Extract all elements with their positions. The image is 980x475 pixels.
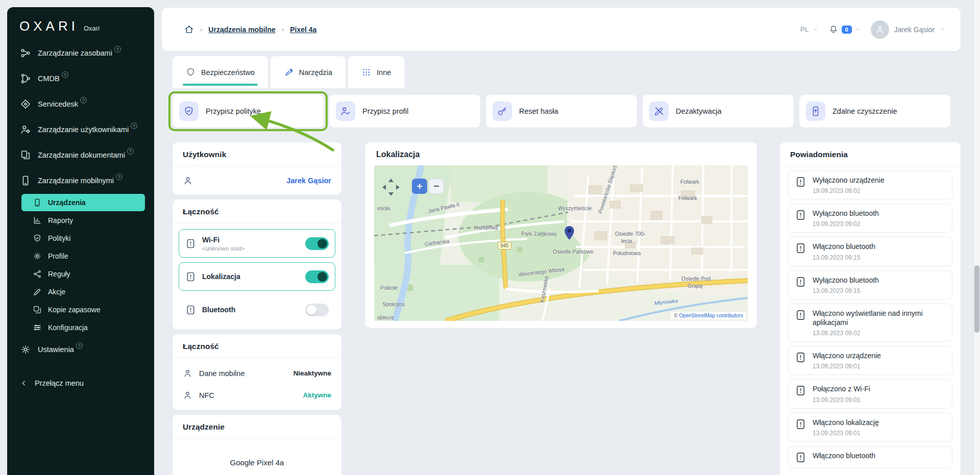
rules-icon xyxy=(33,269,42,279)
help-icon: ? xyxy=(62,71,68,78)
left-column: Użytkownik Jarek Gąsior Łączność Wi-Fi <… xyxy=(173,142,341,475)
user-name: Jarek Gąsior xyxy=(894,26,935,34)
map[interactable]: esoła Jana Pawła II Handlowa Garbarska P… xyxy=(374,165,748,321)
backup-icon xyxy=(33,305,42,314)
location-card: Lokalizacja xyxy=(365,142,757,328)
mobile-data-icon xyxy=(183,368,192,378)
sidebar-item-zarzadzanie-mobilnymi[interactable]: Zarządzanie mobilnymi ? xyxy=(7,168,154,193)
main-area: › Urządzenia mobilne › Pixel 4a PL 0 Jar… xyxy=(154,0,980,475)
submenu-item-polityki[interactable]: Polityki xyxy=(21,230,145,247)
location-toggle[interactable] xyxy=(305,270,329,283)
scrollbar-thumb[interactable] xyxy=(974,265,979,333)
person-icon xyxy=(183,176,193,186)
servicedesk-icon xyxy=(20,98,31,110)
notification-item: Włączono bluetooth13.09.2023 09:15 xyxy=(788,237,952,266)
breadcrumb-separator: › xyxy=(200,26,202,33)
breadcrumb-link-urzadzenia-mobilne[interactable]: Urządzenia mobilne xyxy=(208,26,275,34)
sidebar-item-zarzadzanie-zasobami[interactable]: Zarządzanie zasobami ? xyxy=(7,40,154,66)
connectivity-row-bluetooth: Bluetooth xyxy=(179,295,335,324)
notification-item: Wyłączono bluetooth13.09.2023 09:15 xyxy=(788,270,952,299)
documents-icon xyxy=(20,149,31,161)
user-card: Użytkownik Jarek Gąsior xyxy=(173,142,341,195)
user-menu[interactable]: Jarek Gąsior xyxy=(871,20,945,39)
tab-bezpieczenstwo[interactable]: Bezpieczeństwo xyxy=(173,56,268,88)
map-pan-control[interactable] xyxy=(379,176,403,199)
sidebar-item-cmdb[interactable]: CMDB ? xyxy=(7,66,154,91)
notification-item: Wyłączono urządzenie19.09.2023 09:02 xyxy=(788,170,952,199)
submenu-item-reguly[interactable]: Reguły xyxy=(21,265,145,283)
device-card-title: Urządzenie xyxy=(173,415,341,439)
bluetooth-device-icon xyxy=(185,305,196,315)
language-selector[interactable]: PL xyxy=(800,26,818,33)
chevron-left-icon xyxy=(20,379,28,387)
help-icon: ? xyxy=(116,173,122,180)
sidebar-item-ustawienia[interactable]: Ustawienia ? xyxy=(7,337,154,362)
brand-logo: OXARI Oxari xyxy=(7,7,154,40)
top-bar: › Urządzenia mobilne › Pixel 4a PL 0 Jar… xyxy=(162,8,961,51)
actions-icon xyxy=(33,287,42,296)
action-zdalne-czyszczenie[interactable]: Zdalne czyszczenie xyxy=(799,95,950,128)
device-alert-icon xyxy=(795,452,806,463)
top-bar-right: PL 0 Jarek Gąsior xyxy=(800,20,945,39)
page-tabs: Bezpieczeństwo Narzędzia Inne xyxy=(173,56,404,88)
config-icon xyxy=(33,323,42,332)
reports-icon xyxy=(33,216,42,225)
submenu-item-urzadzenia[interactable]: Urządzenia xyxy=(21,194,145,211)
notifications-bell[interactable]: 0 xyxy=(828,24,861,35)
location-card-title: Lokalizacja xyxy=(365,142,757,165)
user-card-title: Użytkownik xyxy=(173,142,341,166)
sidebar-item-servicedesk[interactable]: Servicedesk ? xyxy=(7,91,154,117)
osm-attribution-link[interactable]: OpenStreetMap contributors xyxy=(679,313,743,318)
submenu-item-akcje[interactable]: Akcje xyxy=(21,283,145,301)
home-icon[interactable] xyxy=(184,24,194,34)
status-badge: Aktywne xyxy=(303,391,331,399)
tools-icon xyxy=(284,67,293,77)
connectivity-status-card-title: Łączność xyxy=(173,334,341,358)
help-icon: ? xyxy=(131,122,137,129)
pencil-off-icon xyxy=(653,106,665,117)
mobile-icon xyxy=(20,175,31,186)
submenu-item-profile[interactable]: Profile xyxy=(21,247,145,265)
users-icon xyxy=(20,124,31,135)
wifi-toggle[interactable] xyxy=(305,237,329,250)
submenu-item-kopie-zapasowe[interactable]: Kopie zapasowe xyxy=(21,301,145,318)
help-icon: ? xyxy=(80,97,87,104)
sidebar-submenu: Urządzenia Raporty Polityki Profile Regu… xyxy=(7,194,154,336)
sidebar-item-zarzadzanie-dokumentami[interactable]: Zarządzanie dokumentami ? xyxy=(7,142,154,168)
action-przypisz-profil[interactable]: Przypisz profil xyxy=(329,95,480,128)
help-icon: ? xyxy=(76,342,83,349)
key-icon xyxy=(497,106,508,117)
notification-item: Wyłączono bluetooth19.09.2023 09:02 xyxy=(788,204,952,233)
action-przypisz-polityke[interactable]: Przypisz politykę xyxy=(173,95,324,128)
user-row: Jarek Gąsior xyxy=(173,166,341,195)
sidebar-item-zarzadzanie-uzytkownikami[interactable]: Zarządzanie użytkownikami ? xyxy=(7,117,154,142)
breadcrumb-link-pixel-4a[interactable]: Pixel 4a xyxy=(290,26,316,34)
connectivity-card: Łączność Wi-Fi <unknown ssid> Lokalizacj… xyxy=(173,199,341,330)
user-link[interactable]: Jarek Gąsior xyxy=(286,177,331,185)
device-alert-icon xyxy=(795,352,806,363)
sidebar-collapse-toggle[interactable]: Przełącz menu xyxy=(7,370,154,396)
device-alert-icon xyxy=(795,176,806,188)
connectivity-row-lokalizacja: Lokalizacja xyxy=(179,262,335,291)
action-dezaktywacja[interactable]: Dezaktywacja xyxy=(643,95,794,128)
breadcrumb-separator: › xyxy=(282,26,284,33)
chevron-down-icon xyxy=(813,27,818,32)
assets-icon xyxy=(20,47,31,59)
notification-item: Połączono z Wi-Fi13.09.2023 09:01 xyxy=(788,379,952,408)
tab-narzedzia[interactable]: Narzędzia xyxy=(271,56,346,88)
page-scrollbar xyxy=(973,0,980,475)
map-zoom-control: + − xyxy=(412,179,444,194)
action-reset-hasla[interactable]: Reset hasła xyxy=(486,95,637,128)
avatar xyxy=(871,20,889,39)
tab-inne[interactable]: Inne xyxy=(348,56,404,88)
logo-text: OXARI xyxy=(19,18,79,34)
profile-check-icon xyxy=(340,106,351,117)
device-alert-icon xyxy=(795,276,806,288)
zoom-in-button[interactable]: + xyxy=(412,179,427,194)
connectivity-status-card: Łączność Dane mobilne Nieaktywne NFC Akt… xyxy=(173,334,341,410)
zoom-out-button[interactable]: − xyxy=(429,179,444,194)
bluetooth-toggle[interactable] xyxy=(305,304,329,316)
submenu-item-konfiguracja[interactable]: Konfiguracja xyxy=(21,319,145,336)
map-attribution: © OpenStreetMap contributors xyxy=(671,312,746,319)
submenu-item-raporty[interactable]: Raporty xyxy=(21,212,145,229)
